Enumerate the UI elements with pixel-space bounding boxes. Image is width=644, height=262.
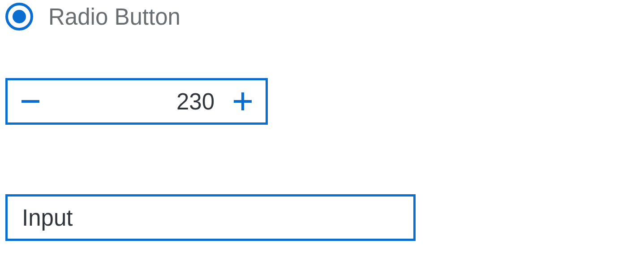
quantity-stepper[interactable]: 230 — [5, 78, 268, 125]
text-input-value: Input — [22, 206, 73, 229]
radio-button-icon — [5, 3, 33, 31]
svg-rect-0 — [21, 100, 39, 103]
radio-button-dot — [13, 10, 26, 23]
radio-button-row[interactable]: Radio Button — [5, 0, 639, 31]
minus-icon — [20, 91, 41, 112]
stepper-decrement-button[interactable] — [8, 80, 53, 122]
text-input[interactable]: Input — [5, 194, 416, 241]
plus-icon — [232, 91, 253, 112]
stepper-increment-button[interactable] — [220, 80, 266, 122]
form-container: Radio Button 230 Input — [0, 0, 644, 241]
radio-button-label: Radio Button — [48, 5, 180, 28]
svg-rect-2 — [241, 92, 244, 110]
stepper-value[interactable]: 230 — [53, 90, 220, 113]
